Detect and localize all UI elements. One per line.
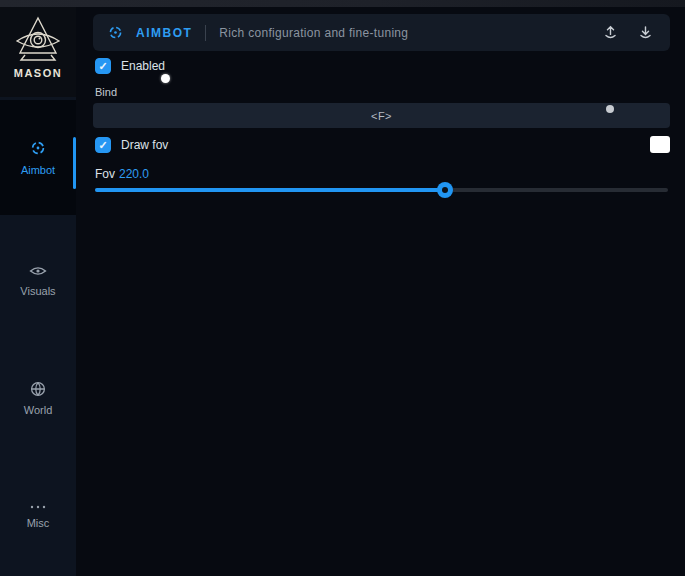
enabled-row: Enabled: [95, 58, 165, 74]
sidebar-item-misc[interactable]: Misc: [0, 486, 76, 546]
cursor-dot-secondary: [606, 105, 614, 113]
globe-icon: [30, 381, 46, 397]
draw-fov-row: Draw fov: [95, 137, 168, 153]
window-titlebar-strip: [0, 0, 685, 7]
page-subtitle: Rich configuration and fine-tuning: [219, 26, 408, 40]
header-divider: [205, 25, 206, 41]
sidebar-item-label: Visuals: [20, 285, 55, 297]
sidebar-item-label: Misc: [27, 517, 50, 529]
bind-input[interactable]: <F>: [93, 103, 670, 128]
fov-slider[interactable]: [95, 182, 668, 198]
pyramid-eye-logo-icon: [14, 15, 62, 65]
crosshair-icon: [107, 24, 124, 41]
main-area: AIMBOT Rich configuration and fine-tunin…: [76, 7, 685, 576]
sidebar-item-visuals[interactable]: Visuals: [0, 250, 76, 310]
bind-label: Bind: [95, 86, 117, 98]
page-title: AIMBOT: [136, 26, 192, 40]
fov-slider-fill: [95, 188, 445, 192]
sidebar-item-world[interactable]: World: [0, 368, 76, 428]
page-header: AIMBOT Rich configuration and fine-tunin…: [93, 14, 670, 51]
export-config-button[interactable]: [599, 22, 621, 44]
sidebar-item-label: Aimbot: [21, 164, 55, 176]
fov-value: 220.0: [119, 167, 149, 181]
sidebar-item-label: World: [24, 404, 53, 416]
brand-name: MASON: [14, 67, 62, 79]
enabled-label: Enabled: [121, 59, 165, 73]
sidebar-item-aimbot[interactable]: Aimbot: [0, 100, 76, 215]
fov-slider-track[interactable]: [95, 188, 668, 192]
mouse-cursor-dot: [161, 74, 170, 83]
fov-color-swatch[interactable]: [650, 136, 670, 153]
sidebar: MASON Aimbot Visuals: [0, 7, 76, 576]
enabled-checkbox[interactable]: [95, 58, 111, 74]
fov-label: Fov220.0: [95, 167, 149, 181]
eye-icon: [29, 264, 47, 278]
bind-value: <F>: [371, 110, 392, 122]
ellipsis-icon: [29, 504, 47, 510]
logo-block: MASON: [0, 7, 76, 97]
crosshair-icon: [29, 139, 47, 157]
mason-app-window: MASON Aimbot Visuals: [0, 0, 685, 576]
draw-fov-label: Draw fov: [121, 138, 168, 152]
draw-fov-checkbox[interactable]: [95, 137, 111, 153]
fov-slider-thumb[interactable]: [437, 182, 453, 198]
import-config-button[interactable]: [634, 22, 656, 44]
